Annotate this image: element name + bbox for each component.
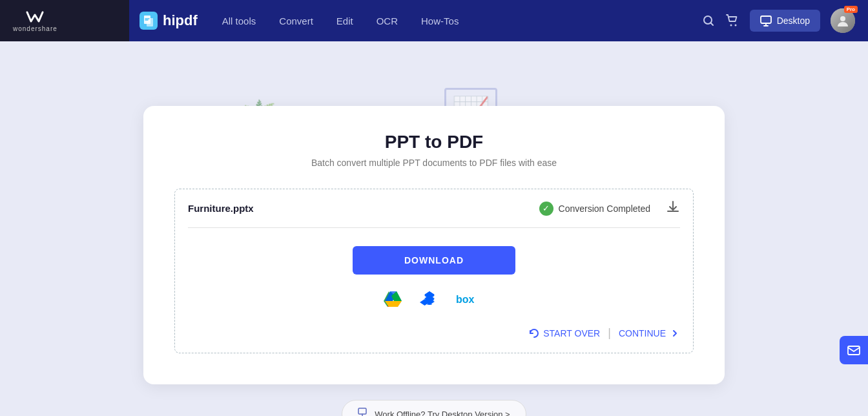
navbar: wondershare hipdf All tools Convert Edit… [0,0,868,41]
pro-badge: Pro [844,6,858,13]
svg-point-3 [730,25,732,26]
file-row: Furniture.pptx ✓ Conversion Completed [175,189,693,227]
start-over-button[interactable]: START OVER [529,328,600,338]
action-separator: | [608,326,611,340]
footer-text: Work Offline? Try Desktop Version > [375,410,510,417]
box-button[interactable]: box [454,287,486,311]
svg-rect-11 [358,408,366,414]
start-over-label: START OVER [543,328,600,338]
footer-banner[interactable]: Work Offline? Try Desktop Version > [342,400,526,416]
actions-area: DOWNLOAD [175,228,693,353]
brand-area: wondershare [0,0,129,41]
conversion-status: ✓ Conversion Completed [539,202,650,216]
wondershare-label: wondershare [13,25,57,32]
nav-edit[interactable]: Edit [327,10,362,32]
main-card: PPT to PDF Batch convert multiple PPT do… [143,106,725,384]
ws-icon [25,10,45,24]
file-area: Furniture.pptx ✓ Conversion Completed DO… [174,189,694,353]
search-button[interactable] [702,14,715,27]
email-float-button[interactable] [840,336,868,364]
svg-rect-1 [147,18,153,26]
svg-point-4 [734,25,736,26]
page-background: 🪴 ✏️ 📊 📈 📄 🖊️ PPT to PDF Batch convert m… [0,41,868,416]
svg-point-6 [840,16,845,21]
avatar-button[interactable]: Pro [831,8,855,33]
file-name: Furniture.pptx [188,203,539,214]
nav-links: All tools Convert Edit OCR How-Tos [213,10,702,32]
nav-actions: Desktop Pro [702,8,868,33]
cart-button[interactable] [725,14,739,28]
bottom-actions: START OVER | CONTINUE [529,326,680,340]
cloud-icons: box [382,287,486,311]
svg-rect-5 [761,16,771,23]
nav-convert[interactable]: Convert [270,10,322,32]
continue-label: CONTINUE [619,328,666,338]
hipdf-icon [140,12,158,30]
google-drive-button[interactable] [382,287,405,311]
hipdf-logo[interactable]: hipdf [140,12,198,30]
dropbox-button[interactable] [418,287,441,311]
nav-all-tools[interactable]: All tools [213,10,265,32]
svg-text:box: box [456,294,475,305]
hipdf-label: hipdf [163,12,198,29]
download-button[interactable]: DOWNLOAD [353,246,515,275]
nav-ocr[interactable]: OCR [367,10,407,32]
page-subtitle: Batch convert multiple PPT documents to … [174,158,694,168]
continue-button[interactable]: CONTINUE [619,328,680,338]
wondershare-logo: wondershare [13,10,57,32]
desktop-footer-icon [358,407,369,416]
desktop-button[interactable]: Desktop [750,10,820,32]
status-text: Conversion Completed [559,203,650,214]
desktop-label: Desktop [777,16,810,26]
page-title: PPT to PDF [174,132,694,152]
file-download-button[interactable] [666,200,680,217]
svg-rect-12 [848,346,860,355]
nav-how-tos[interactable]: How-Tos [412,10,468,32]
status-check-icon: ✓ [539,202,553,216]
